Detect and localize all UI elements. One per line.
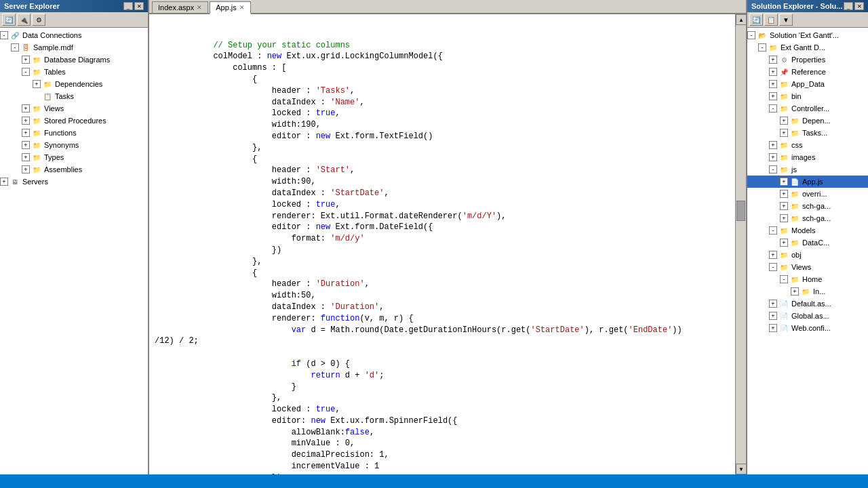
tree-expand-icon[interactable]: + [22, 104, 30, 113]
sol-expand-icon[interactable]: - [769, 263, 777, 271]
sol-expand-icon[interactable]: + [769, 312, 777, 320]
sol-expand-icon[interactable]: - [769, 104, 777, 113]
solution-tree-item[interactable]: -📁Ext Gantt D... [747, 41, 868, 54]
code-editor[interactable]: // Setup your static columns colModel : … [149, 14, 746, 474]
tab-index-aspx[interactable]: Index.aspx✕ [152, 1, 208, 13]
sol-expand-icon[interactable]: + [769, 68, 777, 76]
server-tree-item-stored-procedures[interactable]: +📁Stored Procedures [0, 115, 148, 127]
server-tree-item-tables[interactable]: -📁Tables [0, 66, 148, 78]
server-tree-item-functions[interactable]: +📁Functions [0, 127, 148, 139]
server-tree-item-views[interactable]: +📁Views [0, 102, 148, 115]
sol-expand-icon[interactable]: - [758, 43, 766, 52]
solution-tree-item[interactable]: +📄Default.as... [747, 298, 868, 310]
sol-minimize-button[interactable]: _ [844, 2, 853, 10]
server-tree-item-data-connections[interactable]: -🔗Data Connections [0, 29, 148, 41]
sol-expand-icon[interactable]: - [780, 275, 788, 283]
sol-expand-icon[interactable]: - [769, 226, 777, 235]
tree-expand-icon[interactable]: + [22, 153, 30, 161]
se-settings-button[interactable]: ⚙ [32, 14, 45, 26]
sol-expand-icon[interactable]: + [769, 251, 777, 259]
server-tree-item-types[interactable]: +📁Types [0, 151, 148, 163]
sol-expand-icon[interactable]: + [769, 324, 777, 332]
sol-expand-icon[interactable]: + [769, 141, 777, 149]
sol-expand-icon[interactable]: + [769, 56, 777, 64]
solution-tree-item[interactable]: +📁DataC... [747, 237, 868, 249]
sol-expand-icon[interactable]: + [769, 92, 777, 100]
sol-expand-icon[interactable]: + [791, 287, 799, 296]
tab-app-js[interactable]: App.js✕ [210, 1, 251, 14]
sol-expand-icon[interactable]: + [780, 117, 788, 125]
scroll-track[interactable] [736, 25, 746, 464]
sol-expand-icon[interactable]: + [780, 202, 788, 210]
solution-tree-item[interactable]: +📁obj [747, 249, 868, 261]
tab-close-app-js[interactable]: ✕ [239, 4, 245, 11]
solution-tree-item[interactable]: +⚙Properties [747, 54, 868, 66]
scroll-up-button[interactable]: ▲ [736, 14, 746, 25]
code-scroll-area[interactable]: // Setup your static columns colModel : … [149, 14, 735, 474]
sol-expand-icon[interactable]: + [780, 239, 788, 247]
solution-tree-item[interactable]: +📌Reference [747, 66, 868, 78]
se-connect-button[interactable]: 🔌 [17, 14, 31, 26]
solution-explorer-tree[interactable]: -📂Solution 'Ext Gantt'...-📁Ext Gantt D..… [747, 28, 868, 474]
solution-tree-item[interactable]: -📁Home [747, 273, 868, 285]
server-tree-item-assemblies[interactable]: +📁Assemblies [0, 163, 148, 176]
solution-tree-item[interactable]: +📁bin [747, 90, 868, 102]
solution-tree-item[interactable]: +📁overri... [747, 188, 868, 200]
solution-tree-item[interactable]: -📂Solution 'Ext Gantt'... [747, 29, 868, 41]
tree-expand-icon[interactable]: + [22, 129, 30, 137]
tree-expand-icon[interactable]: - [22, 68, 30, 76]
se-minimize-button[interactable]: _ [123, 2, 133, 10]
tree-expand-icon[interactable]: - [0, 31, 8, 39]
se-refresh-button[interactable]: 🔄 [2, 14, 16, 26]
scroll-down-button[interactable]: ▼ [736, 464, 746, 474]
tree-expand-icon[interactable]: + [22, 141, 30, 149]
solution-tree-item[interactable]: +📁css [747, 139, 868, 151]
server-tree-item-tasks[interactable]: 📋Tasks [0, 90, 148, 102]
solution-tree-item[interactable]: +📁images [747, 151, 868, 163]
tree-expand-icon[interactable]: + [33, 80, 41, 88]
tree-expand-icon[interactable]: + [22, 117, 30, 125]
tree-expand-icon[interactable]: + [0, 178, 8, 186]
sol-expand-icon[interactable]: + [780, 178, 788, 186]
tree-expand-icon[interactable]: + [22, 56, 30, 64]
sol-expand-icon[interactable]: + [780, 129, 788, 137]
sol-close-button[interactable]: ✕ [854, 2, 864, 10]
sol-expand-icon[interactable]: + [769, 80, 777, 88]
solution-tree-item[interactable]: +📄Global.as... [747, 310, 868, 322]
server-tree-item-servers[interactable]: +🖥Servers [0, 176, 148, 188]
solution-tree-item[interactable]: +📄App.js [747, 176, 868, 188]
sol-expand-icon[interactable]: + [769, 300, 777, 308]
server-tree-item-database-diagrams[interactable]: +📁Database Diagrams [0, 54, 148, 66]
solution-tree-item[interactable]: +📁sch-ga... [747, 212, 868, 224]
solution-tree-item[interactable]: -📁Models [747, 224, 868, 237]
sol-expand-icon[interactable]: + [769, 153, 777, 161]
server-tree-item-sample-mdf[interactable]: -🗄Sample.mdf [0, 41, 148, 54]
solution-tree-item[interactable]: +📄Web.confi... [747, 322, 868, 334]
solution-tree-item[interactable]: -📁js [747, 163, 868, 176]
sol-refresh-button[interactable]: 🔄 [749, 14, 763, 26]
sol-filter-button[interactable]: ▼ [779, 14, 793, 26]
solution-tree-item[interactable]: +📁App_Data [747, 78, 868, 90]
solution-tree-item[interactable]: +📁In... [747, 285, 868, 298]
tree-expand-icon[interactable]: - [11, 43, 19, 52]
sol-properties-button[interactable]: 📋 [764, 14, 778, 26]
tree-item-icon: 🔗 [9, 30, 20, 41]
se-close-button[interactable]: ✕ [134, 2, 144, 10]
server-tree-item-synonyms[interactable]: +📁Synonyms [0, 139, 148, 151]
solution-tree-item[interactable]: +📁Tasks... [747, 127, 868, 139]
solution-tree-item[interactable]: -📁Controller... [747, 102, 868, 115]
sol-expand-icon[interactable]: - [747, 31, 755, 39]
solution-tree-item[interactable]: -📁Views [747, 261, 868, 273]
sol-expand-icon[interactable]: + [780, 190, 788, 198]
sol-expand-icon[interactable]: + [780, 214, 788, 222]
scroll-thumb[interactable] [736, 201, 745, 221]
sol-expand-icon[interactable]: - [769, 165, 777, 174]
server-tree-item-dependencies[interactable]: +📁Dependencies [0, 78, 148, 90]
solution-tree-item[interactable]: +📁sch-ga... [747, 200, 868, 212]
vertical-scrollbar[interactable]: ▲ ▼ [735, 14, 746, 474]
solution-tree-item[interactable]: +📁Depen... [747, 115, 868, 127]
tab-close-index-aspx[interactable]: ✕ [197, 4, 202, 11]
sol-item-label: Global.as... [791, 312, 829, 320]
tree-expand-icon[interactable]: + [22, 165, 30, 174]
server-explorer-tree[interactable]: -🔗Data Connections-🗄Sample.mdf+📁Database… [0, 28, 148, 474]
